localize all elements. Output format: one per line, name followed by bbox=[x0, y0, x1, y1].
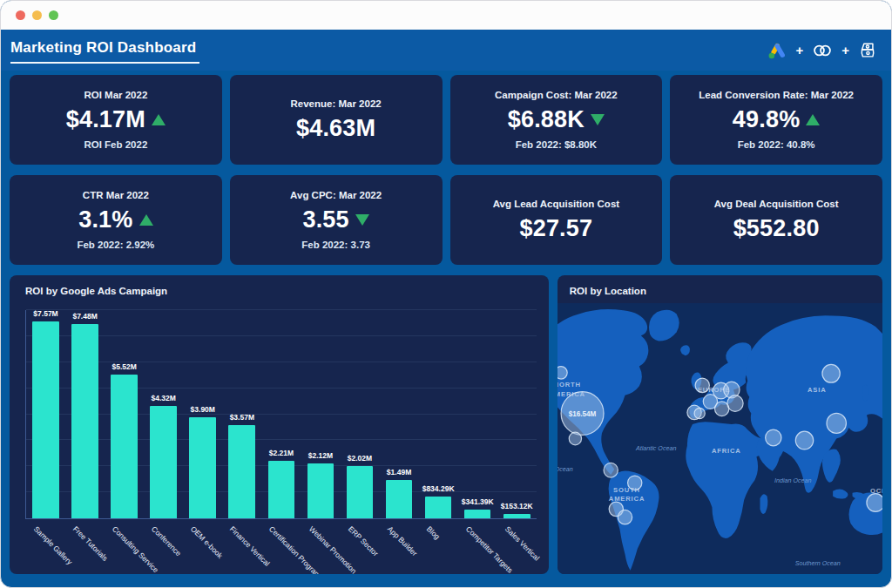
zoho-analytics-icon[interactable] bbox=[857, 41, 877, 60]
roi-bubble[interactable] bbox=[618, 510, 632, 524]
kpi-label: CTR Mar 2022 bbox=[83, 190, 149, 200]
bubble-value-label: $16.54M bbox=[568, 410, 596, 418]
bar-value-label: $1.49M bbox=[387, 468, 411, 476]
kpi-subtext: Feb 2022: $8.80K bbox=[516, 139, 597, 150]
x-axis-label: Blog bbox=[425, 524, 442, 541]
bar-chart-plot: $7.57M$7.48M$5.52M$4.32M$3.90M$3.57M$2.2… bbox=[25, 310, 537, 519]
bar-value-label: $153.12K bbox=[501, 502, 533, 510]
x-axis-label: Finance Vertical bbox=[228, 524, 272, 568]
trend-up-icon bbox=[806, 114, 820, 125]
bar-value-label: $5.52M bbox=[112, 362, 136, 371]
bar-erp-sector[interactable] bbox=[347, 466, 374, 518]
trend-up-icon bbox=[139, 214, 153, 226]
kpi-value-row: $4.17M bbox=[66, 106, 166, 133]
kpi-card: Lead Conversion Rate: Mar 202249.8%Feb 2… bbox=[670, 75, 882, 165]
kpi-label: Revenue: Mar 2022 bbox=[291, 98, 382, 109]
kpi-value-row: $552.80 bbox=[733, 215, 820, 242]
kpi-value: 49.8% bbox=[733, 106, 801, 133]
x-axis-label: App Builder bbox=[386, 524, 419, 558]
kpi-card: Campaign Cost: Mar 2022$6.88KFeb 2022: $… bbox=[450, 75, 663, 165]
roi-bubble[interactable] bbox=[627, 476, 641, 490]
x-axis-label: Conference bbox=[150, 524, 183, 558]
region-label: ASIA bbox=[808, 386, 827, 394]
kpi-label: Avg Lead Acquisition Cost bbox=[493, 199, 619, 209]
kpi-label: Avg CPC: Mar 2022 bbox=[290, 190, 382, 200]
kpi-subtext: Feb 2022: 2.92% bbox=[77, 240, 154, 250]
region-label: AFRICA bbox=[712, 447, 741, 455]
bar-value-label: $341.39K bbox=[462, 497, 494, 506]
bar-oem-e-book[interactable] bbox=[189, 417, 216, 519]
x-axis-label: Sample Gallery bbox=[31, 524, 73, 566]
gridline bbox=[26, 335, 537, 336]
roi-bubble[interactable] bbox=[558, 367, 567, 380]
gridline bbox=[26, 439, 537, 440]
kpi-card: Revenue: Mar 2022$4.63M bbox=[230, 75, 443, 165]
x-axis-label: OEM e-book bbox=[189, 524, 225, 560]
kpi-value-row: $4.63M bbox=[296, 115, 375, 142]
trend-down-icon bbox=[355, 214, 369, 226]
kpi-label: Campaign Cost: Mar 2022 bbox=[495, 90, 618, 100]
gridline bbox=[26, 362, 537, 362]
bar-free-tutorials[interactable] bbox=[71, 324, 98, 518]
map-title: ROI by Location bbox=[558, 275, 882, 296]
dashboard-header: Marketing ROI Dashboard + + bbox=[1, 30, 891, 71]
linked-rings-icon[interactable] bbox=[811, 41, 834, 60]
kpi-value: $6.88K bbox=[508, 106, 585, 133]
plus-separator: + bbox=[841, 44, 849, 57]
google-ads-icon[interactable] bbox=[767, 41, 787, 60]
kpi-card: Avg Deal Acquisition Cost$552.80 bbox=[670, 175, 882, 265]
bar-value-label: $7.48M bbox=[72, 312, 97, 321]
kpi-card: ROI Mar 2022$4.17MROI Feb 2022 bbox=[10, 75, 222, 165]
ocean-label: Southern Ocean bbox=[795, 559, 841, 567]
ocean-label: Ocean bbox=[558, 465, 573, 473]
bar-competitor-targets[interactable] bbox=[464, 510, 491, 518]
window-zoom-button[interactable] bbox=[49, 10, 58, 20]
bar-value-label: $2.12M bbox=[308, 451, 333, 460]
roi-bubble[interactable] bbox=[714, 402, 728, 416]
window-minimize-button[interactable] bbox=[32, 10, 42, 20]
bar-finance-vertical[interactable] bbox=[228, 425, 255, 518]
roi-bubble[interactable] bbox=[604, 463, 618, 477]
bar-sample-gallery[interactable] bbox=[32, 321, 59, 518]
kpi-value: $4.63M bbox=[296, 115, 375, 142]
roi-bubble[interactable] bbox=[765, 429, 780, 446]
roi-bubble[interactable] bbox=[695, 378, 709, 393]
gridline bbox=[26, 414, 537, 415]
world-bubble-map[interactable]: Atlantic OceanOceanIndian OceanSouthern … bbox=[558, 303, 882, 574]
roi-bubble[interactable] bbox=[867, 494, 882, 512]
bar-app-builder[interactable] bbox=[386, 480, 413, 519]
roi-bubble[interactable] bbox=[727, 395, 743, 412]
bar-value-label: $7.57M bbox=[33, 309, 57, 318]
kpi-value: 3.1% bbox=[78, 206, 132, 233]
roi-bubble[interactable] bbox=[822, 364, 840, 382]
kpi-label: Avg Deal Acquisition Cost bbox=[714, 199, 839, 209]
bar-value-label: $834.29K bbox=[422, 484, 455, 493]
kpi-subtext: Feb 2022: 3.73 bbox=[301, 240, 370, 250]
kpi-value: $4.17M bbox=[66, 106, 145, 133]
bar-certification-program[interactable] bbox=[268, 461, 295, 518]
roi-bubble[interactable] bbox=[827, 413, 846, 433]
bar-blog[interactable] bbox=[425, 497, 452, 518]
page-title: Marketing ROI Dashboard bbox=[10, 37, 199, 64]
x-axis-label: Free Tutorials bbox=[71, 524, 110, 563]
browser-titlebar bbox=[1, 1, 891, 30]
kpi-value: $552.80 bbox=[733, 215, 820, 242]
roi-bubble[interactable] bbox=[569, 432, 581, 445]
bar-consulting-service[interactable] bbox=[111, 375, 138, 518]
kpi-grid: ROI Mar 2022$4.17MROI Feb 2022Revenue: M… bbox=[10, 75, 882, 265]
plus-separator: + bbox=[795, 44, 803, 57]
bar-conference[interactable] bbox=[150, 406, 177, 518]
kpi-label: ROI Mar 2022 bbox=[84, 90, 147, 100]
kpi-value-row: 3.55 bbox=[302, 206, 368, 233]
window-close-button[interactable] bbox=[16, 10, 25, 20]
bar-value-label: $3.57M bbox=[230, 413, 254, 422]
bar-value-label: $4.32M bbox=[152, 394, 176, 402]
roi-bubble[interactable] bbox=[694, 408, 705, 418]
bar-value-label: $3.90M bbox=[191, 405, 215, 414]
bar-sales-vertical[interactable] bbox=[503, 514, 530, 518]
kpi-subtext: ROI Feb 2022 bbox=[84, 139, 147, 150]
bar-webinar-promotion[interactable] bbox=[307, 463, 334, 518]
trend-up-icon bbox=[152, 114, 166, 125]
gridline bbox=[26, 388, 537, 389]
roi-bubble[interactable] bbox=[795, 431, 813, 449]
